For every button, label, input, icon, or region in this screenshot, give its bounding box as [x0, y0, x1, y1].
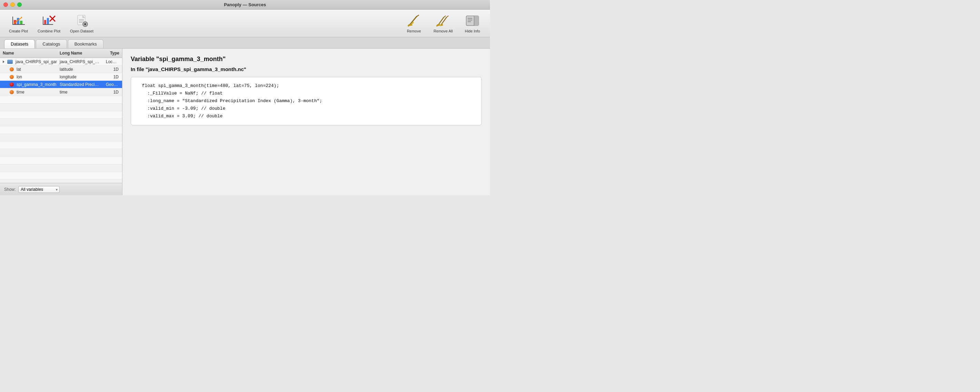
- header-long-name: Long Name: [57, 50, 103, 56]
- svg-rect-10: [47, 18, 49, 24]
- info-variable-title: Variable "spi_gamma_3_month": [131, 56, 482, 63]
- svg-point-20: [84, 23, 86, 25]
- cell-type-0: Local ...: [103, 59, 122, 64]
- table-row-empty: [0, 172, 122, 179]
- svg-rect-38: [468, 21, 471, 22]
- remove-button[interactable]: Remove: [402, 12, 426, 35]
- cell-type-4: 1D: [103, 90, 122, 94]
- cell-longname-3: Standardized Precipitation Index (Gamma)…: [57, 82, 103, 87]
- svg-rect-8: [43, 17, 43, 25]
- tab-datasets[interactable]: Datasets: [4, 39, 35, 48]
- svg-rect-36: [468, 18, 473, 19]
- var-icon-orange: [10, 75, 14, 79]
- table-body: java_CHIRPS_spi_gamma_3_month.nc java_CH…: [0, 58, 122, 183]
- table-row-empty: [0, 179, 122, 183]
- open-dataset-label: Open Dataset: [70, 29, 94, 33]
- toolbar: Create Plot Combine Plot: [0, 10, 490, 37]
- svg-rect-34: [474, 16, 479, 25]
- open-dataset-icon: [75, 14, 89, 28]
- tab-bar: Datasets Catalogs Bookmarks: [0, 37, 490, 49]
- combine-plot-icon: [42, 14, 56, 28]
- info-code-block: float spi_gamma_3_month(time=480, lat=75…: [131, 77, 482, 125]
- table-row-empty: [0, 96, 122, 104]
- cell-type-2: 1D: [103, 75, 122, 80]
- table-row-empty: [0, 134, 122, 142]
- maximize-button[interactable]: [17, 2, 22, 7]
- close-button[interactable]: [3, 2, 8, 7]
- table-row[interactable]: lon longitude 1D: [0, 73, 122, 81]
- title-bar: Panoply — Sources: [0, 0, 490, 10]
- table-row[interactable]: lat latitude 1D: [0, 65, 122, 73]
- svg-line-29: [444, 16, 445, 17]
- cell-name-1: lat: [0, 67, 57, 72]
- table-row[interactable]: spi_gamma_3_month Standardized Precipita…: [0, 81, 122, 88]
- cell-name-4: time: [0, 90, 57, 94]
- table-row-empty: [0, 104, 122, 111]
- tab-bookmarks[interactable]: Bookmarks: [68, 39, 103, 48]
- cell-longname-1: latitude: [57, 67, 103, 72]
- create-plot-label: Create Plot: [9, 29, 28, 33]
- minimize-button[interactable]: [10, 2, 15, 7]
- svg-rect-9: [44, 20, 46, 24]
- table-row-empty: [0, 157, 122, 164]
- hide-info-button[interactable]: Hide Info: [460, 12, 484, 35]
- main-content: Name Long Name Type java_CHIRPS_spi_gamm…: [0, 49, 490, 195]
- table-row-empty: [0, 164, 122, 172]
- info-file-subtitle: In file "java_CHIRPS_spi_gamma_3_month.n…: [131, 66, 482, 72]
- expand-triangle: [3, 61, 5, 63]
- cell-longname-0: java_CHIRPS_spi_gamma_3_month.nc: [57, 59, 103, 64]
- header-name: Name: [0, 50, 57, 56]
- svg-rect-37: [468, 20, 473, 20]
- svg-rect-0: [13, 24, 25, 25]
- svg-rect-17: [79, 22, 83, 23]
- table-row[interactable]: java_CHIRPS_spi_gamma_3_month.nc java_CH…: [0, 58, 122, 65]
- svg-rect-35: [474, 16, 474, 25]
- create-plot-button[interactable]: Create Plot: [6, 12, 31, 35]
- table-row-empty: [0, 149, 122, 157]
- cell-longname-4: time: [57, 90, 103, 94]
- var-icon-orange: [10, 67, 14, 72]
- remove-all-button[interactable]: Remove All: [430, 12, 456, 35]
- svg-rect-1: [13, 17, 13, 25]
- remove-all-label: Remove All: [433, 29, 453, 33]
- folder-icon: [7, 60, 13, 64]
- svg-rect-4: [20, 21, 22, 24]
- var-icon-orange: [10, 90, 14, 94]
- cell-type-1: 1D: [103, 67, 122, 72]
- cell-name-0: java_CHIRPS_spi_gamma_3_month.nc: [0, 59, 57, 64]
- svg-line-32: [447, 16, 448, 17]
- window-title: Panoply — Sources: [224, 2, 266, 7]
- create-plot-icon: [12, 14, 25, 28]
- show-select-wrapper[interactable]: All variables: [18, 186, 60, 193]
- table-row-empty: [0, 119, 122, 126]
- show-label: Show:: [4, 187, 16, 192]
- window-controls: [3, 2, 22, 7]
- combine-plot-label: Combine Plot: [38, 29, 60, 33]
- table-header: Name Long Name Type: [0, 49, 122, 58]
- table-row-empty: [0, 126, 122, 134]
- left-panel: Name Long Name Type java_CHIRPS_spi_gamm…: [0, 49, 123, 195]
- table-row[interactable]: time time 1D: [0, 88, 122, 96]
- svg-line-21: [410, 17, 417, 25]
- remove-label: Remove: [407, 29, 421, 33]
- open-dataset-button[interactable]: Open Dataset: [67, 12, 97, 35]
- remove-icon: [407, 14, 421, 28]
- right-panel: Variable "spi_gamma_3_month" In file "ja…: [123, 49, 490, 195]
- svg-line-25: [417, 15, 418, 17]
- header-type: Type: [103, 50, 122, 56]
- cell-type-3: Geo2D: [103, 82, 122, 87]
- svg-rect-7: [43, 24, 53, 25]
- hide-info-icon: [466, 14, 479, 28]
- svg-rect-16: [79, 21, 84, 21]
- show-select[interactable]: All variables: [18, 186, 60, 193]
- toolbar-right: Remove Remove All: [402, 12, 484, 35]
- hide-info-label: Hide Info: [465, 29, 480, 33]
- toolbar-left: Create Plot Combine Plot: [6, 12, 402, 35]
- remove-all-icon: [436, 14, 450, 28]
- table-row-empty: [0, 111, 122, 119]
- var-icon-red: [10, 83, 14, 87]
- svg-rect-15: [79, 19, 84, 20]
- tab-catalogs[interactable]: Catalogs: [36, 39, 67, 48]
- combine-plot-button[interactable]: Combine Plot: [34, 12, 64, 35]
- bottom-bar: Show: All variables: [0, 183, 122, 195]
